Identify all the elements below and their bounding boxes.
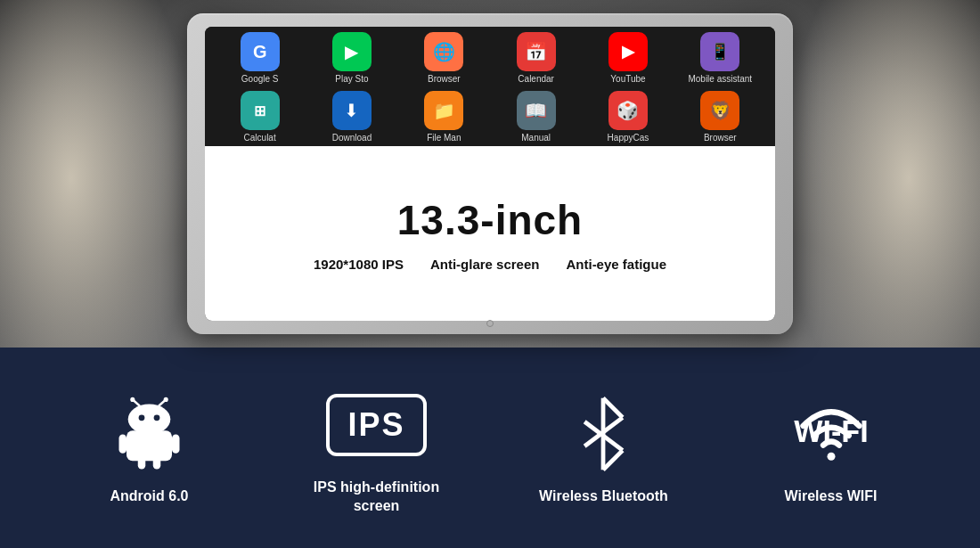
happycas-icon: 🎲	[608, 91, 648, 130]
app-browser-label: Browser	[428, 74, 461, 84]
app-grid-row1: G Google S ▶ Play Sto 🌐 Browser 📅 Calend…	[205, 27, 775, 87]
feature-ips: IPS IPS high-definition screen	[279, 380, 475, 516]
ips-icon-wrap: IPS	[332, 380, 421, 470]
app-calendar[interactable]: 📅 Calendar	[501, 32, 572, 84]
browser-icon: 🌐	[424, 32, 463, 71]
monitor: G Google S ▶ Play Sto 🌐 Browser 📅 Calend…	[187, 13, 793, 334]
screen-main-content: 13.3-inch 1920*1080 IPS Anti-glare scree…	[205, 146, 775, 321]
app-calendar-label: Calendar	[518, 74, 554, 84]
app-happycas-label: HappyCas	[608, 133, 649, 143]
ips-label: IPS high-definition screen	[314, 478, 439, 516]
svg-point-6	[139, 414, 145, 421]
bluetooth-label: Wireless Bluetooth	[539, 487, 668, 506]
bluetooth-icon	[575, 394, 633, 474]
svg-point-7	[154, 414, 160, 421]
ips-icon: IPS	[326, 394, 426, 456]
app-manual[interactable]: 📖 Manual	[501, 91, 572, 143]
app-calculator[interactable]: ⊞ Calculat	[225, 91, 296, 143]
youtube-icon: ▶	[608, 32, 648, 71]
svg-point-10	[130, 397, 135, 401]
spec-resolution: 1920*1080 IPS	[314, 257, 404, 272]
filemanager-icon: 📁	[424, 91, 463, 130]
svg-rect-3	[138, 455, 146, 469]
wifi-label: Wireless WIFI	[785, 487, 878, 506]
android-icon-wrap	[105, 389, 194, 478]
mobile-assistant-icon: 📱	[700, 32, 739, 71]
wifi-icon-wrap: WI-FI	[787, 389, 876, 478]
app-browser2-label: Browser	[704, 133, 737, 143]
app-grid-row2: ⊞ Calculat ⬇ Download 📁 File Man 📖 Manua…	[205, 87, 775, 146]
app-youtube-label: YouTube	[610, 74, 645, 84]
app-happycas[interactable]: 🎲 HappyCas	[592, 91, 664, 143]
top-section: G Google S ▶ Play Sto 🌐 Browser 📅 Calend…	[0, 0, 980, 348]
feature-android: Android 6.0	[52, 389, 248, 506]
svg-rect-1	[119, 434, 127, 453]
power-button[interactable]	[486, 320, 494, 327]
app-play[interactable]: ▶ Play Sto	[316, 32, 388, 84]
feature-wifi: WI-FI Wireless WIFI	[733, 389, 929, 506]
app-play-label: Play Sto	[335, 74, 368, 84]
app-download-label: Download	[332, 133, 372, 143]
wifi-icon: WI-FI	[791, 398, 871, 470]
browser2-icon: 🦁	[700, 91, 739, 130]
app-browser2[interactable]: 🦁 Browser	[684, 91, 755, 143]
bluetooth-icon-wrap	[559, 389, 649, 478]
svg-line-15	[603, 451, 623, 470]
manual-icon: 📖	[517, 91, 556, 130]
screen-main-title: 13.3-inch	[397, 196, 583, 244]
app-mobile-assistant[interactable]: 📱 Mobile assistant	[684, 32, 755, 84]
play-icon: ▶	[332, 32, 372, 71]
calendar-icon: 📅	[517, 32, 556, 71]
svg-point-11	[164, 397, 168, 401]
screen-specs: 1920*1080 IPS Anti-glare screen Anti-eye…	[314, 257, 666, 272]
svg-rect-2	[172, 434, 180, 453]
app-youtube[interactable]: ▶ YouTube	[592, 32, 664, 84]
app-google-label: Google S	[241, 74, 279, 84]
app-fileman-label: File Man	[427, 133, 461, 143]
feature-bluetooth: Wireless Bluetooth	[506, 389, 702, 506]
bottom-features-section: Android 6.0 IPS IPS high-definition scre…	[0, 348, 980, 548]
app-download[interactable]: ⬇ Download	[316, 91, 388, 143]
svg-line-13	[603, 398, 623, 418]
app-calc-label: Calculat	[244, 133, 276, 143]
svg-point-5	[128, 404, 171, 434]
app-mobile-label: Mobile assistant	[688, 74, 752, 84]
svg-rect-4	[153, 455, 161, 469]
calculator-icon: ⊞	[241, 91, 280, 130]
spec-antifatigue: Anti-eye fatigue	[566, 257, 666, 272]
app-google[interactable]: G Google S	[225, 32, 296, 84]
spec-antiglare: Anti-glare screen	[430, 257, 540, 272]
svg-point-18	[827, 453, 835, 461]
android-icon	[111, 397, 187, 472]
app-browser[interactable]: 🌐 Browser	[408, 32, 479, 84]
google-icon: G	[241, 32, 280, 71]
android-label: Android 6.0	[110, 487, 188, 506]
svg-rect-0	[127, 430, 172, 461]
download-icon: ⬇	[332, 91, 372, 130]
app-manual-label: Manual	[521, 133, 551, 143]
app-filemanager[interactable]: 📁 File Man	[408, 91, 479, 143]
monitor-screen: G Google S ▶ Play Sto 🌐 Browser 📅 Calend…	[205, 27, 775, 321]
